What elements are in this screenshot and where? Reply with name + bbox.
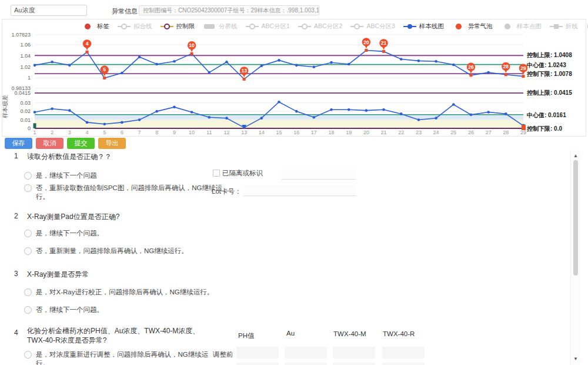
scrollbar-thumb[interactable] [573, 160, 578, 276]
isolation-checkbox[interactable] [213, 170, 220, 177]
question-3-option-yes[interactable]: 是，对X-Ray进行校正，问题排除后再确认，NG继续运行。 [24, 288, 213, 297]
question-2-option-yes[interactable]: 是，继续下一个问题。 [24, 229, 103, 238]
svg-text:2: 2 [51, 130, 54, 135]
svg-text:19: 19 [346, 130, 352, 135]
svg-text:10: 10 [189, 42, 195, 48]
au-before-input[interactable] [285, 347, 327, 359]
svg-text:17: 17 [311, 130, 317, 135]
twx40r-before-input[interactable] [382, 347, 425, 359]
svg-text:15: 15 [276, 130, 282, 135]
svg-text:27: 27 [486, 130, 492, 135]
question-4-title: 化验分析金槽药水的PH值、Au浓度、TWX-40-M浓度、TWX-40-R浓度是… [27, 326, 203, 345]
question-1-number: 1 [14, 152, 18, 160]
anomaly-bubbles[interactable]: 4510132021262829 [83, 38, 527, 81]
lot-card-input[interactable] [243, 185, 356, 196]
svg-text:控制上限: 1.0408: 控制上限: 1.0408 [526, 52, 572, 58]
svg-text:5: 5 [103, 67, 106, 72]
scroll-down-icon[interactable]: ▼ [571, 356, 580, 362]
radio-icon[interactable] [24, 306, 32, 314]
legend-item-直方图[interactable]: 直方图 [586, 22, 588, 31]
svg-text:中心值: 1.0243: 中心值: 1.0243 [527, 62, 566, 68]
svg-text:16: 16 [293, 130, 299, 135]
svg-text:21: 21 [381, 40, 387, 46]
svg-text:1.02: 1.02 [20, 64, 31, 70]
question-4-option-yes[interactable]: 是，对浓度重新进行调整，问题排除后再确认，NG继续运行。 [24, 350, 212, 365]
svg-text:4: 4 [86, 41, 89, 47]
svg-text:28: 28 [503, 64, 509, 69]
save-button[interactable]: 保存 [5, 138, 32, 149]
svg-text:4: 4 [86, 130, 89, 135]
option-label: 是，对X-Ray进行校正，问题排除后再确认，NG继续运行。 [36, 288, 213, 297]
svg-text:23: 23 [416, 130, 422, 135]
question-3-option-no[interactable]: 否，继续下一个问题。 [24, 306, 103, 314]
svg-text:18: 18 [329, 130, 335, 135]
control-chart-info: 控制图编号：CNO25042300007子组号：29样本信息：.998,1.00… [139, 5, 319, 15]
question-2-title: X-Ray测量Pad位置是否正确? [27, 212, 119, 221]
svg-text:29: 29 [520, 130, 526, 135]
table-header-twx40r: TWX-40-R [383, 330, 415, 337]
isolation-mark-input[interactable] [282, 168, 356, 180]
twx40r-after-input[interactable] [382, 363, 425, 365]
svg-text:26: 26 [468, 64, 474, 70]
question-4-number: 4 [14, 328, 18, 337]
option-label: 是，继续下一个问题。 [36, 229, 103, 238]
svg-text:25: 25 [450, 130, 456, 135]
cancel-button[interactable]: 取消 [36, 138, 64, 149]
svg-text:20: 20 [363, 130, 369, 135]
submit-button[interactable]: 提交 [67, 138, 95, 149]
radio-icon[interactable] [24, 288, 32, 296]
question-2-option-no[interactable]: 否，重新测量，问题排除后再确认，NG继续运行。 [24, 247, 188, 256]
spc-chart-svg: 0.9813311.021.041.061.07823控制上限: 1.0408中… [2, 28, 586, 136]
radio-icon[interactable] [24, 172, 32, 180]
svg-text:26: 26 [468, 130, 474, 135]
svg-text:9: 9 [173, 130, 176, 135]
svg-text:24: 24 [433, 130, 439, 135]
spc-chart-panel: 标签拟合线控制限分界线ABC分区1ABC分区2ABC分区3样本线图异常气泡样本点… [2, 19, 586, 137]
svg-text:控制下限: 0.0: 控制下限: 0.0 [526, 125, 562, 132]
table-header-twx40m: TWX-40-M [333, 330, 366, 337]
svg-text:6: 6 [121, 130, 123, 135]
svg-text:中心值: 0.0161: 中心值: 0.0161 [527, 112, 566, 118]
question-1-option-no[interactable]: 否，重新读取数值绘制SPC图，问题排除后再确认，NG继续运行。 [24, 184, 230, 201]
option-label: 否，继续下一个问题。 [36, 306, 103, 314]
ph-before-input[interactable] [236, 347, 279, 359]
svg-text:0.01: 0.01 [20, 117, 31, 123]
svg-text:5: 5 [103, 130, 106, 135]
twx40m-before-input[interactable] [333, 347, 375, 359]
question-1-title: 读取分析数值是否正确？？ [27, 152, 112, 161]
isolation-checkbox-label: 已隔离或标识 [222, 169, 263, 178]
export-button[interactable]: 导出 [98, 138, 126, 149]
radio-icon[interactable] [24, 184, 32, 192]
row-label-before-adjust: 调整前 [213, 350, 233, 359]
series-name-input[interactable] [11, 5, 87, 16]
svg-text:28: 28 [503, 130, 509, 135]
question-3-title: X-Ray测量是否异常 [27, 270, 89, 279]
lot-card-label: Lot卡号： [212, 187, 242, 196]
svg-text:1: 1 [33, 130, 36, 135]
y-axis-title: 样本极差 [2, 95, 8, 118]
scroll-up-icon[interactable]: ▲ [571, 153, 580, 159]
svg-text:1.07823: 1.07823 [11, 32, 31, 38]
question-2-number: 2 [14, 212, 18, 220]
radio-icon[interactable] [24, 230, 32, 237]
svg-text:0: 0 [28, 125, 31, 131]
svg-text:7: 7 [138, 130, 141, 135]
au-after-input[interactable] [285, 363, 327, 365]
twx40m-after-input[interactable] [333, 363, 375, 365]
vertical-scrollbar[interactable]: ▲ ▼ [570, 150, 580, 365]
svg-text:13: 13 [241, 68, 247, 74]
svg-text:8: 8 [155, 130, 158, 135]
ph-after-input[interactable] [236, 363, 279, 365]
svg-text:0.0415: 0.0415 [14, 90, 31, 96]
svg-text:0.02: 0.02 [20, 108, 31, 114]
abnormal-info-label: 异常信息 [112, 7, 138, 16]
table-header-au: Au [286, 330, 295, 337]
question-1-option-yes[interactable]: 是，继续下一个问题 [24, 171, 97, 180]
svg-text:14: 14 [259, 130, 265, 135]
radio-icon[interactable] [24, 247, 32, 255]
svg-text:20: 20 [363, 39, 369, 45]
range-chart: 00.010.020.030.0415控制上限: 0.0415中心值: 0.01… [2, 89, 572, 135]
option-label: 否，重新读取数值绘制SPC图，问题排除后再确认，NG继续运行。 [36, 184, 230, 201]
radio-icon[interactable] [24, 351, 32, 359]
option-label: 是，对浓度重新进行调整，问题排除后再确认，NG继续运行。 [36, 350, 212, 365]
